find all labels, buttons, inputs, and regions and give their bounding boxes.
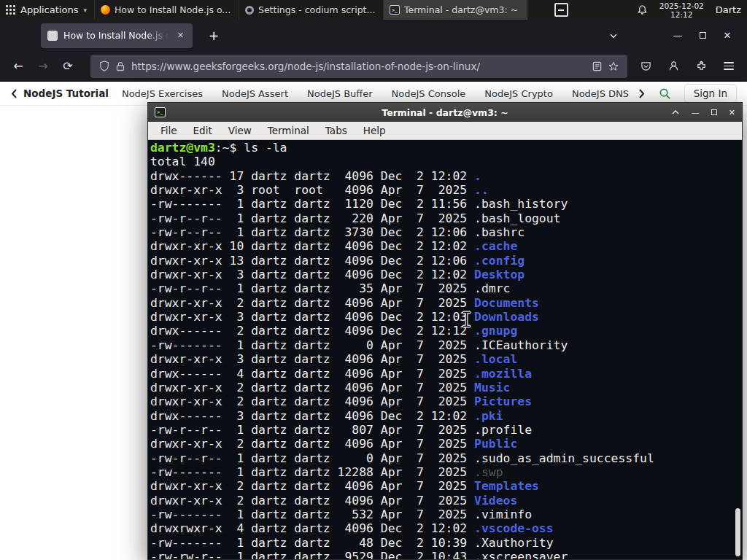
- reader-view-icon[interactable]: [592, 61, 602, 71]
- ls-row-meta: -rw------- 1 dartz dartz 0 Apr 7 2025: [150, 338, 474, 352]
- ls-row-name: .sudo_as_admin_successful: [474, 451, 654, 465]
- url-text[interactable]: https://www.geeksforgeeks.org/node-js/in…: [131, 61, 586, 72]
- tab-favicon: [47, 31, 58, 41]
- firefox-icon: [101, 5, 110, 15]
- browser-tab-active[interactable]: How to Install Node.js on... ✕: [41, 23, 193, 48]
- terminal-maximize-button[interactable]: [711, 108, 717, 117]
- menu-hamburger-icon[interactable]: [716, 55, 741, 77]
- applications-grid-icon: [6, 5, 15, 15]
- clock-date: 2025-12-02: [659, 1, 704, 10]
- close-button[interactable]: ✕: [715, 30, 740, 41]
- shield-icon[interactable]: [99, 61, 109, 71]
- shade-window-icon[interactable]: [671, 109, 680, 116]
- menu-help[interactable]: Help: [355, 125, 394, 136]
- toolbar-right-icons: [633, 55, 741, 77]
- terminal-ls-row: -rw------- 1 dartz dartz 48 Dec 2 10:39 …: [150, 536, 742, 550]
- site-search-icon[interactable]: [659, 88, 671, 100]
- ls-row-name: .: [474, 169, 481, 183]
- site-nav-chevron-right-icon[interactable]: [638, 88, 646, 99]
- back-button[interactable]: ←: [6, 55, 31, 77]
- terminal-close-button[interactable]: ✕: [729, 108, 735, 117]
- terminal-prompt-line: dartz@vm3:~$ ls -la: [150, 141, 742, 155]
- terminal-ls-row: -rw-r--r-- 1 dartz dartz 35 Apr 7 2025 .…: [150, 281, 742, 295]
- terminal-ls-row: drwxrwxr-x 4 dartz dartz 4096 Dec 2 12:0…: [150, 521, 742, 535]
- browser-tab-bar: How to Install Node.js on... ✕ + — ✕: [0, 20, 747, 51]
- panel-clock[interactable]: 2025-12-02 12:12: [659, 1, 704, 19]
- lock-icon[interactable]: [116, 61, 125, 71]
- tab-close-icon[interactable]: ✕: [175, 29, 186, 42]
- ls-row-name: Desktop: [474, 268, 525, 281]
- ls-row-meta: -rw------- 1 dartz dartz 12288 Apr 7 202…: [150, 465, 474, 479]
- ls-row-meta: drwxr-xr-x 2 dartz dartz 4096 Apr 7 2025: [150, 296, 474, 310]
- notification-bell-icon[interactable]: [637, 4, 648, 16]
- address-bar[interactable]: https://www.geeksforgeeks.org/node-js/in…: [90, 55, 627, 78]
- menu-terminal[interactable]: Terminal: [260, 125, 317, 136]
- applications-menu-button[interactable]: Applications ▾: [0, 0, 94, 20]
- terminal-icon: >_: [390, 5, 400, 15]
- ls-row-meta: -rw------- 1 dartz dartz 532 Apr 7 2025: [150, 508, 474, 521]
- ls-row-meta: drwxr-xr-x 3 root root 4096 Apr 7 2025: [150, 183, 474, 197]
- pocket-icon[interactable]: [633, 55, 658, 77]
- ls-row-meta: -rw------- 1 dartz dartz 48 Dec 2 10:39: [150, 536, 474, 550]
- site-nav-item[interactable]: NodeJS Console: [392, 88, 466, 99]
- new-tab-button[interactable]: +: [203, 27, 225, 44]
- ls-row-meta: drwxr-xr-x 3 dartz dartz 4096 Dec 2 12:0…: [150, 268, 474, 281]
- ls-row-name: Music: [474, 381, 510, 394]
- terminal-output: dartz@vm3:~$ ls -latotal 140drwx------ 1…: [148, 140, 742, 559]
- bookmark-star-icon[interactable]: [608, 61, 619, 71]
- ls-row-name: ..: [474, 183, 489, 197]
- extensions-icon[interactable]: [689, 55, 713, 77]
- minimize-button[interactable]: —: [665, 30, 690, 41]
- terminal-scrollbar-thumb[interactable]: [735, 508, 740, 556]
- ls-row-meta: drwxr-xr-x 2 dartz dartz 4096 Apr 7 2025: [150, 494, 474, 508]
- terminal-ls-row: drwxr-xr-x 3 dartz dartz 4096 Apr 7 2025…: [150, 352, 742, 366]
- site-nav-item[interactable]: NodeJS Crypto: [484, 88, 553, 99]
- terminal-minimize-button[interactable]: —: [692, 108, 700, 117]
- ls-row-name: Templates: [474, 479, 539, 493]
- settings-icon: [245, 6, 254, 15]
- maximize-button[interactable]: [690, 30, 715, 41]
- reload-button[interactable]: ⟳: [55, 55, 80, 77]
- ls-row-meta: drwxrwxr-x 4 dartz dartz 4096 Dec 2 12:0…: [150, 521, 474, 535]
- tray-app-icon[interactable]: [554, 3, 568, 17]
- terminal-ls-row: drwxr-xr-x 2 dartz dartz 4096 Apr 7 2025…: [150, 494, 742, 508]
- ls-row-meta: drwxr-xr-x 2 dartz dartz 4096 Apr 7 2025: [150, 381, 474, 394]
- terminal-ls-row: -rw-r--r-- 1 dartz dartz 0 Apr 7 2025 .s…: [150, 451, 742, 465]
- terminal-ls-row: drwxr-xr-x 2 dartz dartz 4096 Apr 7 2025…: [150, 381, 742, 394]
- site-nav-item-active[interactable]: NodeJS Tutorial: [23, 88, 109, 99]
- menu-tabs[interactable]: Tabs: [317, 125, 355, 136]
- ls-row-meta: -rw-r--r-- 1 dartz dartz 807 Apr 7 2025: [150, 423, 474, 437]
- menu-file[interactable]: File: [152, 125, 185, 136]
- panel-username[interactable]: Dartz: [716, 4, 741, 15]
- terminal-ls-row: drwxr-xr-x 2 dartz dartz 4096 Apr 7 2025…: [150, 437, 742, 451]
- menu-view[interactable]: View: [220, 125, 260, 136]
- taskbar-button[interactable]: Settings - codium script...: [239, 0, 383, 20]
- site-nav-chevron-left-icon[interactable]: [10, 88, 18, 99]
- terminal-ls-row: -rw-r--r-- 1 dartz dartz 3730 Dec 2 12:0…: [150, 225, 742, 239]
- ls-row-meta: drwxr-xr-x 10 dartz dartz 4096 Dec 2 12:…: [150, 239, 474, 253]
- terminal-ls-row: drwxr-xr-x 2 dartz dartz 4096 Apr 7 2025…: [150, 394, 742, 408]
- taskbar-button[interactable]: How to Install Node.js o...: [94, 0, 239, 20]
- menu-edit[interactable]: Edit: [185, 125, 220, 136]
- account-icon[interactable]: [661, 55, 686, 77]
- terminal-app-icon: >_: [155, 107, 166, 117]
- ls-row-meta: -rw------- 1 dartz dartz 1120 Dec 2 11:5…: [150, 197, 474, 211]
- applications-label: Applications: [20, 4, 78, 15]
- terminal-menu-bar: FileEditViewTerminalTabsHelp: [148, 122, 742, 140]
- ls-row-meta: -rw-rw-r-- 1 dartz dartz 9529 Dec 2 10:4…: [150, 550, 474, 559]
- site-nav-item[interactable]: NodeJS Assert: [222, 88, 288, 99]
- list-all-tabs-icon[interactable]: [608, 31, 633, 41]
- site-nav-item[interactable]: NodeJS Buffer: [307, 88, 373, 99]
- ls-row-name: Videos: [474, 494, 517, 508]
- forward-button[interactable]: →: [31, 55, 55, 77]
- sign-in-button[interactable]: Sign In: [684, 84, 737, 103]
- ls-row-meta: drwx------ 2 dartz dartz 4096 Dec 2 12:1…: [150, 324, 474, 338]
- site-nav-item[interactable]: NodeJS Exercises: [122, 88, 203, 99]
- ls-row-meta: -rw-r--r-- 1 dartz dartz 3730 Dec 2 12:0…: [150, 225, 474, 239]
- taskbar-button[interactable]: >_Terminal - dartz@vm3: ~: [383, 0, 527, 20]
- site-nav-item[interactable]: NodeJS DNS: [572, 88, 629, 99]
- terminal-content[interactable]: dartz@vm3:~$ ls -latotal 140drwx------ 1…: [148, 140, 742, 559]
- ls-row-name: .Xauthority: [474, 536, 554, 550]
- terminal-title-bar[interactable]: >_ Terminal - dartz@vm3: ~ — ✕: [148, 103, 742, 122]
- site-nav-right: Sign In: [638, 84, 737, 103]
